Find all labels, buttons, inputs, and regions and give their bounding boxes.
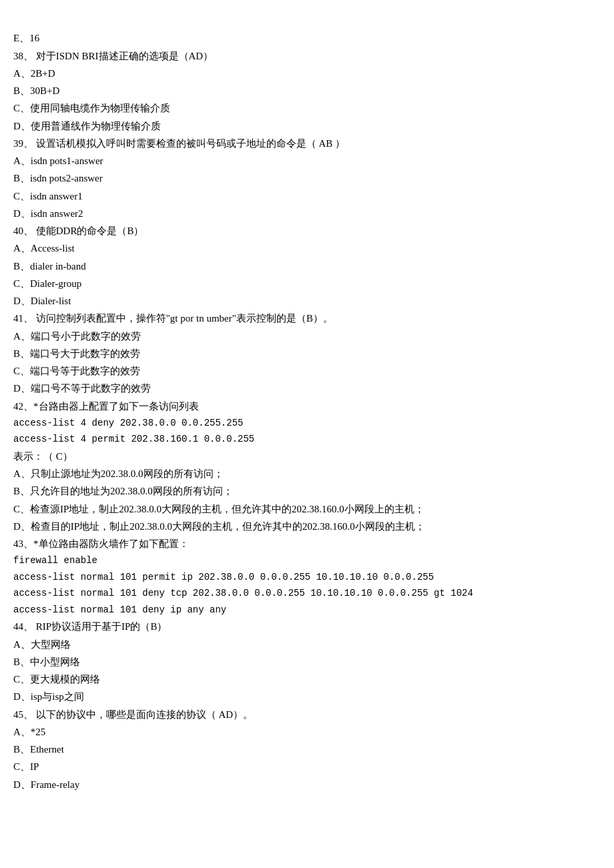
content-line-l3: A、2B+D (13, 65, 601, 82)
content-line-l28: C、检查源IP地址，制止202.38.0.0大网段的主机，但允许其中的202.3… (13, 500, 601, 518)
content-line-l16: D、Dialer-list (13, 292, 601, 310)
content-line-l17: 41、 访问控制列表配置中，操作符"gt por tn umber"表示控制的是… (13, 310, 601, 327)
content-line-l9: B、isdn pots2-answer (13, 169, 601, 187)
content-line-l27: B、只允许目的地址为202.38.0.0网段的所有访问； (13, 482, 601, 500)
content-line-l41: A、*25 (13, 723, 601, 741)
content-line-l32: access-list normal 101 permit ip 202.38.… (13, 569, 601, 586)
content-line-l43: C、IP (13, 758, 601, 775)
content-line-l10: C、isdn answer1 (13, 187, 601, 205)
content-line-l37: B、中小型网络 (13, 653, 601, 671)
content-line-l30: 43、*单位路由器防火墙作了如下配置： (13, 535, 601, 552)
content-line-l2: 38、 对于ISDN BRI描述正确的选项是（AD） (13, 47, 601, 65)
content-line-l33: access-list normal 101 deny tcp 202.38.0… (13, 585, 601, 602)
content-line-l5: C、使用同轴电缆作为物理传输介质 (13, 99, 601, 117)
content-line-l19: B、端口号大于此数字的效劳 (13, 345, 601, 362)
content-line-l29: D、检查目的IP地址，制止202.38.0.0大网段的主机，但允许其中的202.… (13, 518, 601, 535)
content-line-l22: 42、*台路由器上配置了如下一条访问列表 (13, 398, 601, 415)
main-content: E、1638、 对于ISDN BRI描述正确的选项是（AD）A、2B+DB、30… (13, 12, 601, 793)
content-line-l31: firewall enable (13, 552, 601, 569)
content-line-l44: D、Frame-relay (13, 776, 601, 793)
content-line-l40: 45、 以下的协议中，哪些是面向连接的协议（ AD）。 (13, 706, 601, 723)
content-line-l34: access-list normal 101 deny ip any any (13, 602, 601, 618)
content-line-l24: access-list 4 permit 202.38.160.1 0.0.0.… (13, 431, 601, 448)
content-line-l13: A、Access-list (13, 240, 601, 257)
content-line-l7: 39、 设置话机模拟入呼叫时需要检查的被叫号码或子地址的命令是（ AB ） (13, 135, 601, 152)
content-line-l20: C、端口号等于此数字的效劳 (13, 362, 601, 380)
content-line-l38: C、更大规模的网络 (13, 671, 601, 688)
content-line-l1: E、16 (13, 29, 601, 47)
content-line-l6: D、使用普通线作为物理传输介质 (13, 117, 601, 135)
content-line-l23: access-list 4 deny 202.38.0.0 0.0.255.25… (13, 415, 601, 432)
content-line-l35: 44、 RIP协议适用于基于IP的（B） (13, 618, 601, 635)
content-line-l18: A、端口号小于此数字的效劳 (13, 328, 601, 345)
content-line-l21: D、端口号不等于此数字的效劳 (13, 380, 601, 397)
content-line-l39: D、isp与isp之间 (13, 688, 601, 705)
content-line-l14: B、dialer in-band (13, 258, 601, 275)
content-line-l11: D、isdn answer2 (13, 205, 601, 222)
content-line-l36: A、大型网络 (13, 636, 601, 653)
content-line-l12: 40、 使能DDR的命令是（B） (13, 222, 601, 240)
content-line-l4: B、30B+D (13, 82, 601, 99)
content-line-l15: C、Dialer-group (13, 275, 601, 292)
content-line-l42: B、Ethernet (13, 741, 601, 758)
content-line-l8: A、isdn pots1-answer (13, 152, 601, 169)
content-line-l26: A、只制止源地址为202.38.0.0网段的所有访问； (13, 465, 601, 482)
content-line-l25: 表示：（ C） (13, 448, 601, 465)
